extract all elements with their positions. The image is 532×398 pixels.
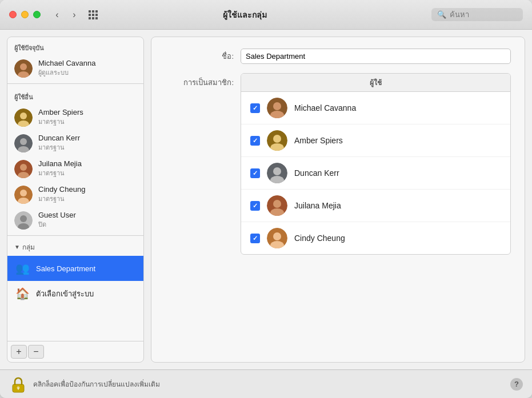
lock-icon[interactable] — [9, 375, 27, 393]
sidebar-item-guest[interactable]: Guest User ปิด — [7, 207, 143, 233]
divider-1 — [7, 83, 143, 84]
member-avatar-duncan — [267, 163, 287, 183]
groups-label: กลุ่ม — [22, 242, 35, 252]
svg-point-7 — [20, 138, 27, 145]
duncan-role: มาตรฐาน — [38, 142, 80, 152]
guest-info: Guest User ปิด — [38, 211, 76, 230]
sidebar-actions: + − — [7, 341, 143, 362]
bottom-bar: คลิกล็อคเพื่อป้องกันการเปลี่ยนแปลงเพิ่มเ… — [0, 369, 532, 398]
cindy-name: Cindy Cheung — [38, 185, 85, 194]
table-row[interactable]: ✓ Michael Cavanna — [241, 92, 510, 124]
table-row[interactable]: ✓ Amber Spiers — [241, 124, 510, 157]
member-avatar-michael — [267, 98, 287, 118]
member-name-cindy: Cindy Cheung — [294, 234, 345, 243]
amber-name: Amber Spiers — [38, 108, 83, 116]
svg-point-16 — [20, 215, 27, 222]
avatar-duncan — [14, 134, 33, 152]
svg-point-31 — [273, 232, 281, 240]
sidebar-item-login-options[interactable]: 🏠 ตัวเลือกเข้าสู่ระบบ — [7, 281, 143, 306]
duncan-name: Duncan Kerr — [38, 134, 80, 142]
svg-point-1 — [20, 63, 27, 70]
divider-2 — [7, 235, 143, 236]
groups-header: ▼ กลุ่ม — [7, 238, 143, 256]
guest-role: ปิด — [38, 219, 76, 230]
member-name-juilana: Juilana Mejia — [294, 201, 341, 210]
sidebar-item-duncan[interactable]: Duncan Kerr มาตรฐาน — [7, 130, 143, 156]
member-checkbox-michael[interactable]: ✓ — [250, 103, 260, 113]
close-button[interactable] — [9, 11, 17, 18]
juilana-role: มาตรฐาน — [38, 168, 82, 178]
detail-content: ชื่อ: การเป็นสมาชิก: ผู้ใช้ ✓ — [151, 37, 525, 362]
detail-panel: ชื่อ: การเป็นสมาชิก: ผู้ใช้ ✓ — [151, 37, 525, 363]
main-content: ผู้ใช้ปัจจุบัน Michael Cavanna ผู้ดูแลระ… — [0, 30, 532, 369]
help-button[interactable]: ? — [510, 378, 523, 391]
avatar-michael — [14, 59, 33, 78]
svg-point-13 — [20, 190, 27, 196]
current-user-name: Michael Cavanna — [38, 59, 95, 67]
group-name-input[interactable] — [241, 49, 511, 64]
title-bar: ‹ › ผู้ใช้และกลุ่ม 🔍 — [0, 0, 532, 30]
window-title: ผู้ใช้และกลุ่ม — [58, 9, 431, 21]
current-user-info: Michael Cavanna ผู้ดูแลระบบ — [38, 59, 95, 78]
maximize-button[interactable] — [33, 11, 41, 18]
checkmark-icon: ✓ — [253, 170, 258, 177]
sidebar-item-amber[interactable]: Amber Spiers มาตรฐาน — [7, 104, 143, 130]
table-row[interactable]: ✓ Duncan Kerr — [241, 157, 510, 190]
member-avatar-juilana — [267, 195, 287, 216]
search-box[interactable]: 🔍 — [431, 8, 523, 21]
member-checkbox-juilana[interactable]: ✓ — [250, 201, 260, 211]
member-checkbox-duncan[interactable]: ✓ — [250, 168, 260, 178]
other-users-header: ผู้ใช้อื่น — [7, 86, 143, 104]
traffic-lights — [9, 11, 41, 18]
chevron-icon: ▼ — [14, 244, 20, 250]
table-row[interactable]: ✓ Cindy Cheung — [241, 222, 510, 254]
duncan-info: Duncan Kerr มาตรฐาน — [38, 134, 80, 152]
group-icon-sales: 👥 — [14, 260, 30, 276]
name-row: ชื่อ: — [165, 49, 511, 64]
svg-point-22 — [273, 135, 281, 143]
add-button[interactable]: + — [11, 345, 27, 359]
sidebar-item-cindy[interactable]: Cindy Cheung มาตรฐาน — [7, 182, 143, 207]
member-name-michael: Michael Cavanna — [294, 103, 356, 112]
member-name-amber: Amber Spiers — [294, 136, 343, 145]
sales-department-label: Sales Department — [36, 264, 95, 273]
member-name-duncan: Duncan Kerr — [294, 168, 339, 178]
cindy-role: มาตรฐาน — [38, 194, 85, 204]
sidebar-item-sales-department[interactable]: 👥 Sales Department — [7, 256, 143, 281]
login-options-label: ตัวเลือกเข้าสู่ระบบ — [36, 288, 94, 300]
avatar-amber — [14, 108, 33, 127]
svg-point-10 — [20, 164, 27, 171]
checkmark-icon: ✓ — [253, 104, 258, 112]
svg-point-28 — [273, 200, 281, 208]
group-icon-login: 🏠 — [14, 286, 30, 301]
svg-rect-35 — [18, 388, 19, 390]
minimize-button[interactable] — [21, 11, 29, 18]
membership-label: การเป็นสมาชิก: — [165, 73, 234, 89]
member-avatar-cindy — [267, 228, 287, 248]
cindy-info: Cindy Cheung มาตรฐาน — [38, 185, 85, 204]
juilana-name: Juilana Mejia — [38, 159, 82, 168]
sidebar-item-current-user[interactable]: Michael Cavanna ผู้ดูแลระบบ — [7, 55, 143, 81]
current-user-role: ผู้ดูแลระบบ — [38, 67, 95, 78]
name-label: ชื่อ: — [165, 50, 234, 62]
members-header: ผู้ใช้ — [241, 74, 510, 92]
avatar-guest — [14, 211, 33, 230]
membership-row: การเป็นสมาชิก: ผู้ใช้ ✓ — [165, 73, 511, 255]
checkmark-icon: ✓ — [253, 202, 258, 210]
avatar-juilana — [14, 160, 33, 178]
member-checkbox-cindy[interactable]: ✓ — [250, 234, 260, 243]
main-window: ‹ › ผู้ใช้และกลุ่ม 🔍 ผู้ใช้ปัจจุบัน — [0, 0, 532, 398]
search-input[interactable] — [450, 10, 518, 19]
svg-point-4 — [20, 112, 27, 119]
lock-text: คลิกล็อคเพื่อป้องกันการเปลี่ยนแปลงเพิ่มเ… — [33, 379, 505, 389]
sidebar-item-juilana[interactable]: Juilana Mejia มาตรฐาน — [7, 156, 143, 182]
amber-role: มาตรฐาน — [38, 116, 83, 127]
current-user-header: ผู้ใช้ปัจจุบัน — [7, 37, 143, 55]
guest-name: Guest User — [38, 211, 76, 219]
svg-point-25 — [273, 167, 281, 175]
avatar-cindy — [14, 186, 33, 204]
table-row[interactable]: ✓ Juilana Mejia — [241, 190, 510, 222]
member-checkbox-amber[interactable]: ✓ — [250, 136, 260, 146]
remove-button[interactable]: − — [28, 345, 44, 359]
search-icon: 🔍 — [437, 10, 446, 19]
